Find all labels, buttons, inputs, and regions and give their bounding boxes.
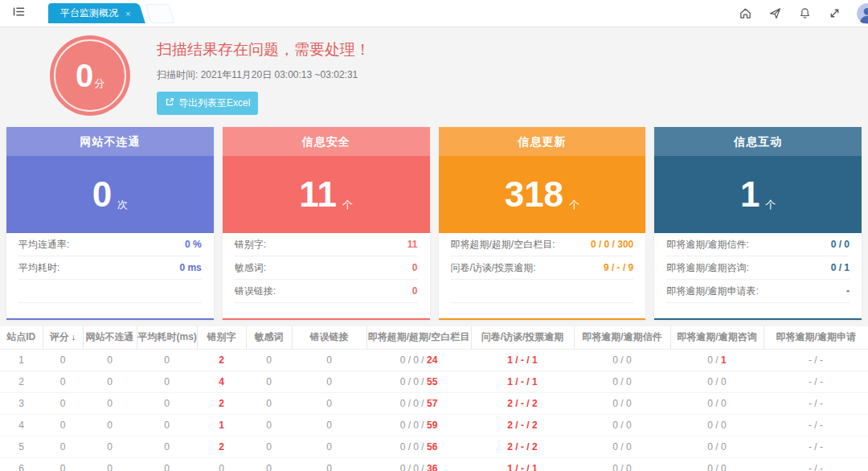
send-icon[interactable] bbox=[768, 6, 782, 21]
alert-value: 1 bbox=[721, 354, 727, 366]
stat-value: 0 bbox=[412, 262, 418, 273]
table-cell: 0 / 0 / 36 bbox=[366, 457, 471, 471]
table-cell: 0 / 0 bbox=[670, 392, 764, 414]
table-cell: 1 / - / 1 bbox=[471, 457, 574, 471]
alert-value: 36 bbox=[427, 463, 437, 471]
stat-row-empty bbox=[451, 280, 634, 303]
table-cell: 0 bbox=[137, 436, 197, 457]
menu-toggle-icon bbox=[12, 5, 26, 22]
stat-value: 0 bbox=[412, 285, 418, 297]
table-cell: - / - bbox=[764, 349, 868, 371]
stat-value: 11 bbox=[407, 239, 418, 250]
user-avatar[interactable] bbox=[857, 3, 868, 24]
card-stat-row: 即将超期/超期/空白栏目:0 / 0 / 300 bbox=[451, 233, 634, 256]
table-cell: 0 / 0 / 24 bbox=[366, 349, 471, 371]
table-cell: 0 bbox=[246, 371, 292, 392]
alert-value: 2 / - / 2 bbox=[507, 398, 537, 409]
column-header[interactable]: 网站不连通 bbox=[83, 326, 137, 349]
menu-toggle-button[interactable] bbox=[0, 0, 37, 27]
table-cell: 0 / 0 / 56 bbox=[366, 436, 471, 457]
table-cell: 0 bbox=[83, 436, 137, 457]
card-unit: 次 bbox=[117, 198, 128, 212]
tab-close-icon[interactable]: × bbox=[125, 9, 130, 18]
column-label: 敏感词 bbox=[255, 331, 284, 342]
sites-table: 站点ID评分↓网站不连通平均耗时(ms)错别字敏感词错误链接即将超期/超期/空白… bbox=[0, 326, 868, 471]
card-stat-row: 问卷/访谈/投票逾期:9 / - / 9 bbox=[451, 256, 634, 280]
stat-label: 错别字: bbox=[235, 238, 266, 252]
stat-label: 敏感词: bbox=[235, 261, 266, 275]
table-cell: 0 bbox=[292, 349, 366, 371]
table-row: 60000000 / 0 / 361 / - / 10 / 00 / 0- / … bbox=[0, 457, 868, 471]
tab-platform-overview[interactable]: 平台监测概况 × bbox=[48, 3, 135, 23]
stat-value: 9 / - / 9 bbox=[604, 262, 633, 273]
export-excel-button[interactable]: 导出列表至Excel bbox=[157, 92, 258, 115]
column-header[interactable]: 即将超期/超期/空白栏目 bbox=[366, 326, 471, 349]
column-header[interactable]: 平均耗时(ms) bbox=[137, 326, 197, 349]
stat-label: 平均耗时: bbox=[18, 261, 59, 275]
column-header[interactable]: 问卷/访谈/投票逾期 bbox=[471, 326, 574, 349]
column-header[interactable]: 即将逾期/逾期申请 bbox=[764, 326, 868, 349]
table-cell: 0 / 0 bbox=[574, 457, 670, 471]
card-stats: 平均连通率:0 %平均耗时:0 ms bbox=[6, 233, 214, 318]
alert-title: 扫描结果存在问题，需要处理！ bbox=[157, 39, 371, 60]
table-cell: 0 / 0 / 55 bbox=[366, 371, 471, 392]
scan-time: 扫描时间: 2021年11月20日 03:00:13 ~03:02:31 bbox=[157, 68, 371, 82]
card-value-block: 11个 bbox=[223, 156, 430, 233]
column-header[interactable]: 评分↓ bbox=[43, 326, 83, 349]
home-icon[interactable] bbox=[738, 6, 752, 21]
card-title: 信息安全 bbox=[223, 127, 430, 156]
card-stat-row: 错别字:11 bbox=[235, 233, 418, 256]
column-header[interactable]: 即将逾期/逾期信件 bbox=[574, 326, 670, 349]
column-label: 错别字 bbox=[207, 331, 236, 342]
table-cell: 0 bbox=[137, 457, 197, 471]
table-cell: 2 bbox=[197, 392, 246, 414]
table-cell: 0 / 0 bbox=[574, 371, 670, 392]
stat-value: 0 / 0 / 300 bbox=[591, 239, 633, 250]
stat-label: 即将逾期/逾期申请表: bbox=[666, 285, 759, 298]
column-header[interactable]: 敏感词 bbox=[246, 326, 292, 349]
card-title: 信息互动 bbox=[654, 127, 862, 156]
card-title: 信息更新 bbox=[439, 127, 646, 156]
table-cell: 0 bbox=[292, 436, 366, 457]
column-label: 平均耗时(ms) bbox=[138, 331, 197, 342]
table-cell: - / - bbox=[764, 371, 868, 392]
alert-value: 1 / - / 1 bbox=[507, 463, 537, 471]
column-header[interactable]: 错误链接 bbox=[292, 326, 366, 349]
score-circle: 0 分 bbox=[50, 35, 130, 116]
alert-value: 2 / - / 2 bbox=[507, 441, 537, 453]
alert-value: 1 bbox=[219, 420, 224, 431]
card-value-block: 1个 bbox=[654, 156, 862, 233]
export-label: 导出列表至Excel bbox=[178, 96, 250, 110]
topbar: 平台监测概况 × bbox=[0, 0, 868, 27]
table-cell: 0 / 0 bbox=[574, 436, 670, 457]
app-root: 平台监测概况 × 0 分 扫描结果存在 bbox=[0, 0, 868, 471]
alert-value: 1 / - / 1 bbox=[507, 354, 537, 366]
column-header[interactable]: 站点ID bbox=[0, 326, 43, 349]
cell-text: 0 / 0 / bbox=[400, 376, 427, 387]
table-cell: 2 bbox=[197, 349, 246, 371]
table-cell: - / - bbox=[764, 414, 868, 436]
card-stat-row: 敏感词:0 bbox=[235, 256, 418, 280]
table-cell: 5 bbox=[0, 436, 43, 457]
table-cell: 0 / 0 bbox=[670, 371, 764, 392]
column-header[interactable]: 即将逾期/逾期咨询 bbox=[670, 326, 764, 349]
topbar-actions bbox=[738, 0, 868, 27]
stat-label: 问卷/访谈/投票逾期: bbox=[451, 261, 536, 275]
sort-desc-icon[interactable]: ↓ bbox=[72, 332, 76, 342]
table-cell: 0 bbox=[83, 457, 137, 471]
stat-value: - bbox=[846, 285, 850, 297]
table-cell: 3 bbox=[0, 392, 43, 414]
column-header[interactable]: 错别字 bbox=[197, 326, 246, 349]
export-icon bbox=[165, 97, 174, 109]
stat-value: 0 % bbox=[185, 239, 202, 250]
bell-icon[interactable] bbox=[797, 6, 812, 21]
table-cell: 0 bbox=[83, 349, 137, 371]
table-cell: 0 bbox=[43, 436, 83, 457]
table-cell: 0 bbox=[83, 414, 137, 436]
table-cell: 0 bbox=[246, 414, 292, 436]
score-value: 0 bbox=[76, 59, 93, 92]
fullscreen-icon[interactable] bbox=[827, 6, 841, 21]
card-value-block: 0次 bbox=[6, 156, 214, 233]
table-cell: 2 bbox=[0, 371, 43, 392]
alert-value: 1 / - / 1 bbox=[507, 376, 537, 387]
